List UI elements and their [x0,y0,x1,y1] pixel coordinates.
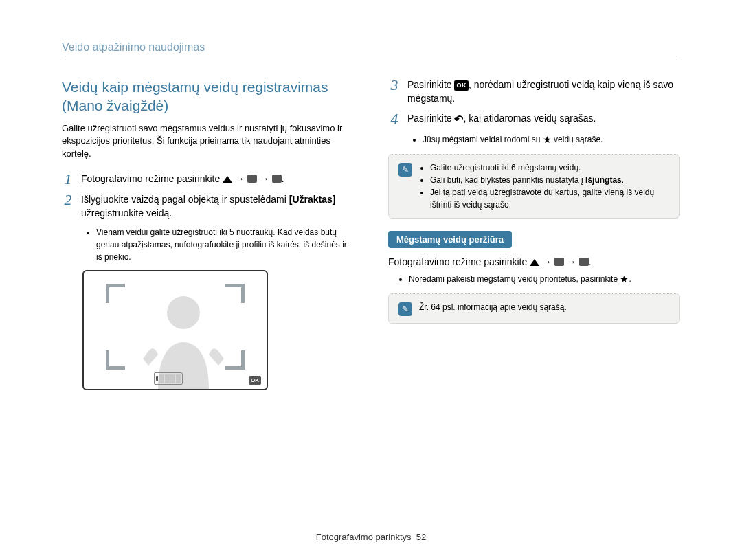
step-number: 4 [388,111,401,127]
mode-icon [247,175,257,183]
step-4-bullets: Jūsų mėgstami veidai rodomi su ★ veidų s… [413,133,680,147]
step-text: Pasirinkite [407,79,454,90]
subheading-favorites-review: Mėgstamų veidų peržiūra [388,231,512,248]
step-number: 3 [388,78,401,106]
bullet-text: Jūsų mėgstami veidai rodomi su [423,135,543,144]
step-body: Išlygiuokite vaizdą pagal objektą ir spu… [81,192,354,221]
up-icon [530,259,539,266]
bullet-text: Norėdami pakeisti mėgstamų veidų priorit… [409,274,620,284]
focus-corner [225,284,245,303]
note-box-2: ✎ Žr. 64 psl. informaciją apie veidų sąr… [388,293,680,324]
mode-icon [554,258,564,266]
footer-label: Fotografavimo parinktys [316,532,412,542]
step-4: 4 Pasirinkite ↶, kai atidaromas veidų są… [388,111,680,127]
note-text: Žr. 64 psl. informaciją apie veidų sąraš… [419,301,567,316]
note-box-1: ✎ Galite užregistruoti iki 6 mėgstamų ve… [388,154,680,219]
focus-corner [106,350,125,370]
back-icon: ↶ [454,111,463,127]
step-1: 1 Fotografavimo režime pasirinkite → → . [62,172,354,187]
star-icon: ★ [620,272,629,287]
arrow-icon: → [235,173,245,184]
step-text: Fotografavimo režime pasirinkite [81,173,223,184]
review-bullets: Norėdami pakeisti mėgstamų veidų priorit… [399,272,680,287]
note-item: Jei tą patį veidą užregistravote du kart… [430,186,670,211]
step-text: Pasirinkite [407,113,454,124]
note-item: Galite užregistruoti iki 6 mėgstamų veid… [430,161,670,174]
step-body: Pasirinkite OK, norėdami užregistruoti v… [407,78,680,106]
step-text: užregistruokite veidą. [81,208,172,219]
step-text: Išlygiuokite vaizdą pagal objektą ir spu… [81,194,289,205]
bullet-item: Norėdami pakeisti mėgstamų veidų priorit… [409,272,680,287]
page-number: 52 [416,532,426,542]
review-line: Fotografavimo režime pasirinkite → → . [388,255,680,269]
camera-illustration: OK [82,270,268,390]
step-body: Fotografavimo režime pasirinkite → → . [81,172,284,187]
page-footer: Fotografavimo parinktys 52 [0,532,742,542]
section-intro: Galite užregistruoti savo mėgstamus veid… [62,122,354,161]
bold-label: [Užraktas] [289,194,336,205]
face-icon [272,175,282,183]
bullet-item: Vienam veidui galite užregistruoti iki 5… [96,226,354,263]
step-text: , kai atidaromas veidų sąrašas. [463,113,596,124]
bold-label: Išjungtas [585,175,622,185]
step-number: 2 [62,192,74,221]
page-header: Veido atpažinimo naudojimas [62,41,680,58]
content-columns: Veidų kaip mėgstamų veidų registravimas … [62,78,680,390]
up-icon [223,176,232,183]
battery-icon [154,372,183,385]
bullet-text: veidų sąraše. [552,135,603,144]
focus-corner [106,284,125,303]
step-body: Pasirinkite ↶, kai atidaromas veidų sąra… [407,111,596,127]
note-icon: ✎ [398,163,412,177]
ok-icon: OK [454,80,469,91]
star-icon: ★ [543,133,552,147]
arrow-icon: → [542,256,552,267]
note-list: Galite užregistruoti iki 6 mėgstamų veid… [430,161,670,211]
step-3: 3 Pasirinkite OK, norėdami užregistruoti… [388,78,680,106]
note-item: Gali būti, kad blykstės parinktis nustat… [430,174,670,186]
step-number: 1 [62,172,74,187]
person-silhouette-icon [139,286,228,389]
step-2: 2 Išlygiuokite vaizdą pagal objektą ir s… [62,192,354,221]
text: Fotografavimo režime pasirinkite [388,256,530,267]
section-title: Veidų kaip mėgstamų veidų registravimas … [62,78,354,115]
focus-corner [225,350,245,370]
left-column: Veidų kaip mėgstamų veidų registravimas … [62,78,354,390]
ok-icon: OK [249,376,261,385]
right-column: 3 Pasirinkite OK, norėdami užregistruoti… [388,78,680,390]
bullet-item: Jūsų mėgstami veidai rodomi su ★ veidų s… [423,133,680,147]
step-2-bullets: Vienam veidui galite užregistruoti iki 5… [87,226,354,263]
arrow-icon: → [567,256,576,267]
face-list-icon [579,258,589,266]
arrow-icon: → [260,173,269,184]
note-icon: ✎ [398,302,412,316]
